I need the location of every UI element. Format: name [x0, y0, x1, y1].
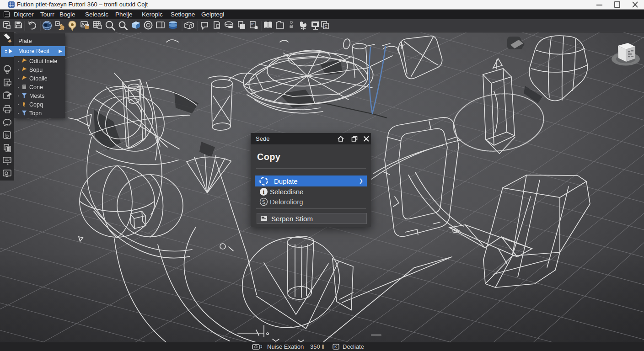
svg-text:K: K: [334, 345, 337, 349]
svg-text:C: C: [325, 24, 328, 29]
svg-text:S: S: [262, 199, 265, 205]
svg-text:IP: IP: [251, 22, 254, 26]
svg-text:3: 3: [260, 344, 262, 349]
